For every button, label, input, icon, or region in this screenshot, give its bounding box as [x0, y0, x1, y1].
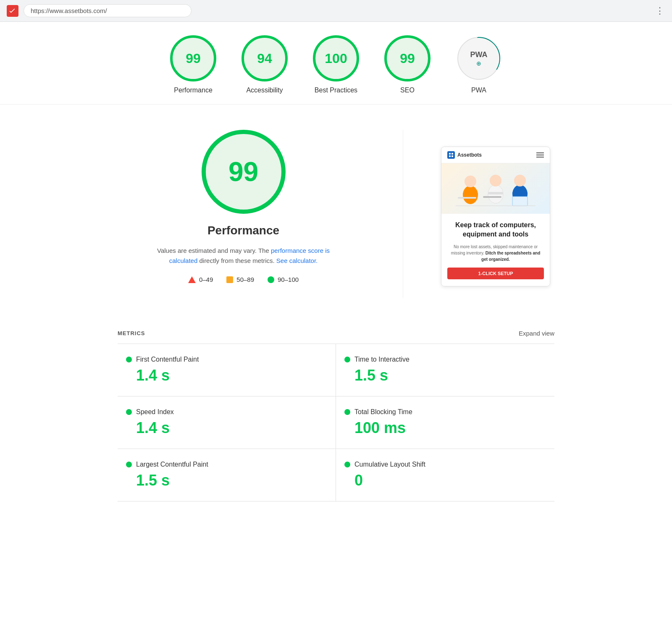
score-accessibility[interactable]: 94 Accessibility — [242, 35, 288, 94]
score-circle-accessibility: 94 — [242, 35, 288, 81]
svg-point-11 — [490, 175, 501, 186]
metric-fcp-label-row: First Contentful Paint — [126, 356, 327, 363]
preview-logo-svg — [449, 152, 454, 158]
score-label-best-practices: Best Practices — [315, 87, 357, 94]
browser-logo — [7, 5, 18, 17]
browser-url-bar[interactable]: https://www.assetbots.com/ — [24, 4, 192, 17]
score-circle-seo: 99 — [384, 35, 430, 81]
main-content: 99 Performance Values are estimated and … — [84, 105, 588, 323]
browser-menu-dots[interactable]: ⋮ — [655, 5, 665, 16]
svg-rect-12 — [488, 192, 503, 194]
metric-cls: Cumulative Layout Shift 0 — [336, 449, 554, 501]
legend-green-range: 90–100 — [278, 276, 299, 283]
svg-rect-5 — [452, 155, 453, 157]
preview-cta-button[interactable]: 1-CLICK SETUP — [447, 268, 544, 279]
right-panel: Assetbots — [437, 130, 554, 298]
metric-tbt-name: Total Blocking Time — [354, 408, 412, 416]
metric-lcp-label-row: Largest Contentful Paint — [126, 461, 327, 468]
score-best-practices[interactable]: 100 Best Practices — [313, 35, 359, 94]
pwa-circle-wrap: PWA ⊕ — [456, 35, 502, 81]
metric-tbt-value: 100 ms — [344, 419, 546, 437]
metric-si: Speed Index 1.4 s — [118, 396, 336, 449]
preview-body-text: No more lost assets, skipped maintenance… — [447, 244, 544, 262]
score-performance[interactable]: 99 Performance — [170, 35, 216, 94]
score-circle-best-practices: 100 — [313, 35, 359, 81]
metric-cls-name: Cumulative Layout Shift — [354, 461, 425, 468]
metrics-grid: First Contentful Paint 1.4 s Time to Int… — [118, 344, 554, 501]
metric-cls-status-dot — [344, 462, 350, 467]
pwa-inner: PWA ⊕ — [458, 38, 499, 79]
metric-tbt-status-dot — [344, 409, 350, 415]
browser-bar: https://www.assetbots.com/ ⋮ — [0, 0, 672, 22]
score-pwa[interactable]: PWA ⊕ PWA — [456, 35, 502, 94]
preview-image — [441, 163, 550, 214]
score-label-accessibility: Accessibility — [246, 87, 283, 94]
metric-tti-status-dot — [344, 357, 350, 362]
score-label-seo: SEO — [400, 87, 415, 94]
metric-cls-value: 0 — [344, 472, 546, 489]
description-mid-text: directly from these metrics. — [199, 257, 276, 264]
pwa-plus-icon: ⊕ — [476, 60, 481, 67]
svg-rect-9 — [458, 197, 476, 199]
pwa-label-text: PWA — [470, 50, 487, 59]
scores-row: 99 Performance 94 Accessibility 100 Best… — [0, 22, 672, 105]
svg-rect-2 — [449, 153, 451, 155]
website-preview: Assetbots — [441, 147, 550, 286]
preview-body: Keep track of computers, equipment and t… — [441, 214, 550, 286]
metric-fcp-value: 1.4 s — [126, 367, 327, 384]
preview-body-text-bold: Ditch the spreadsheets and get organized… — [481, 251, 540, 262]
score-seo[interactable]: 99 SEO — [384, 35, 430, 94]
metric-fcp-name: First Contentful Paint — [136, 356, 199, 363]
preview-header: Assetbots — [441, 147, 550, 163]
svg-rect-3 — [452, 153, 453, 155]
see-calculator-link[interactable]: See calculator. — [276, 257, 318, 264]
metric-lcp: Largest Contentful Paint 1.5 s — [118, 449, 336, 501]
metric-tti-name: Time to Interactive — [354, 356, 410, 363]
vertical-divider — [403, 130, 403, 298]
legend-orange: 50–89 — [226, 276, 254, 283]
svg-rect-16 — [512, 192, 528, 194]
metric-tti-value: 1.5 s — [344, 367, 546, 384]
svg-rect-17 — [512, 197, 528, 206]
preview-hamburger-icon[interactable] — [536, 152, 544, 158]
svg-rect-8 — [463, 193, 478, 195]
legend-red: 0–49 — [188, 276, 213, 283]
legend-red-range: 0–49 — [199, 276, 213, 283]
svg-rect-4 — [449, 155, 451, 157]
metrics-section-title: METRICS — [118, 330, 145, 336]
score-description: Values are estimated and may vary. The p… — [151, 246, 336, 266]
metric-lcp-name: Largest Contentful Paint — [136, 461, 208, 468]
metric-lcp-status-dot — [126, 462, 132, 467]
legend-orange-icon — [226, 276, 233, 283]
metric-cls-label-row: Cumulative Layout Shift — [344, 461, 546, 468]
preview-illustration-svg — [449, 165, 542, 212]
metric-si-status-dot — [126, 409, 132, 415]
metrics-header: METRICS Expand view — [118, 323, 554, 344]
metric-si-value: 1.4 s — [126, 419, 327, 437]
score-label-performance: Performance — [174, 87, 213, 94]
metric-si-name: Speed Index — [136, 408, 174, 416]
expand-view-button[interactable]: Expand view — [519, 330, 554, 337]
big-score-circle: 99 — [202, 130, 286, 214]
metric-fcp-status-dot — [126, 357, 132, 362]
metric-tti: Time to Interactive 1.5 s — [336, 344, 554, 396]
legend-green-icon — [268, 276, 274, 283]
score-circle-performance: 99 — [170, 35, 216, 81]
legend-red-icon — [188, 276, 196, 283]
preview-logo-icon — [447, 151, 455, 159]
metric-tti-label-row: Time to Interactive — [344, 356, 546, 363]
metric-si-label-row: Speed Index — [126, 408, 327, 416]
score-label-pwa: PWA — [471, 87, 486, 94]
svg-rect-13 — [483, 196, 501, 198]
left-panel: 99 Performance Values are estimated and … — [118, 130, 369, 298]
description-start-text: Values are estimated and may vary. The — [157, 247, 271, 254]
svg-point-15 — [514, 175, 526, 186]
score-legend: 0–49 50–89 90–100 — [188, 276, 299, 283]
metrics-section: METRICS Expand view First Contentful Pai… — [84, 323, 588, 501]
svg-point-7 — [465, 176, 476, 187]
metric-tbt: Total Blocking Time 100 ms — [336, 396, 554, 449]
preview-logo-area: Assetbots — [447, 151, 482, 159]
legend-orange-range: 50–89 — [236, 276, 254, 283]
preview-logo-text: Assetbots — [457, 152, 482, 158]
big-score-title: Performance — [207, 224, 279, 237]
